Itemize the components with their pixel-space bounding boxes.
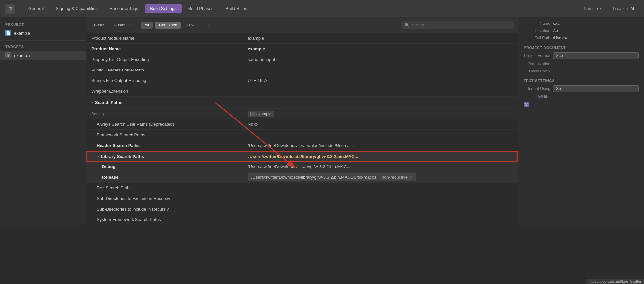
- setting-row-public-headers[interactable]: Public Headers Folder Path: [86, 65, 518, 75]
- setting-value-library-release: /Users/swifter/Downloads/library/glfw-3.…: [245, 173, 518, 181]
- target-icon: ▣: [5, 52, 11, 58]
- search-icon: 🔍: [405, 23, 410, 27]
- right-panel-indent-row: Indent Using Sp: [524, 85, 639, 92]
- tab-build-settings[interactable]: Build Settings: [145, 4, 182, 13]
- right-panel: Name exa Location Ab Full Path /Use exa …: [518, 17, 644, 225]
- popup-recursion-value: non-recursive ◇: [382, 175, 412, 180]
- right-panel-widths-row: Widths: [524, 95, 639, 99]
- setting-value-header-search: /Users/swifter/Downloads/library/glad/in…: [245, 143, 518, 148]
- indent-using-dropdown[interactable]: Sp: [553, 85, 639, 92]
- sidebar-divider: [0, 40, 86, 41]
- section-chevron-down[interactable]: ▾: [91, 101, 93, 104]
- filter-basic-button[interactable]: Basic: [90, 22, 108, 29]
- tab-general[interactable]: General: [23, 4, 49, 13]
- right-panel-header: Name exa Location Ab: [523, 6, 639, 11]
- column-header-row: Setting example: [86, 109, 518, 119]
- setting-row-wrapper-extension[interactable]: Wrapper Extension: [86, 86, 518, 97]
- fullpath-label: Full Path: [524, 36, 550, 40]
- setting-value-library-search: /Users/swifter/Downloads/library/glfw-3.…: [246, 154, 517, 159]
- sidebar: PROJECT 📄 example TARGETS ▣ example: [0, 17, 86, 225]
- filter-combined-button[interactable]: Combined: [155, 22, 181, 29]
- section-search-paths-label: ▾ Search Paths: [86, 100, 245, 105]
- sidebar-item-project[interactable]: 📄 example: [0, 28, 86, 38]
- fullpath-value: /Use exa: [553, 36, 639, 40]
- right-panel-organization-row: Organization: [524, 62, 639, 66]
- popup-path-value: /Users/swifter/Downloads/library/glfw-3.…: [251, 175, 376, 180]
- right-panel-fullpath-row: Full Path /Use exa: [524, 36, 639, 40]
- tab-signing[interactable]: Signing & Capabilities: [50, 4, 103, 13]
- location-label-right: Location: [524, 28, 550, 33]
- tab-build-rules[interactable]: Build Rules: [220, 4, 253, 13]
- setting-value-library-debug: /Users/swifter/Downloads/li...arv/glfw-3…: [245, 164, 518, 169]
- project-icon: 📄: [5, 30, 11, 36]
- url-bar: https://blog.csdn.net/Lee_Swifter: [586, 279, 644, 284]
- tab-resource-tags[interactable]: Resource Tags: [104, 4, 143, 13]
- text-settings-section-title: Text Settings: [524, 79, 639, 83]
- setting-value-strings-encoding: UTF-16 ◇: [245, 78, 518, 83]
- widths-label: Widths: [524, 95, 550, 99]
- settings-table: Product Module Name example Product Name…: [86, 33, 518, 225]
- setting-value-product-name: example: [245, 46, 518, 51]
- organization-label: Organization: [524, 62, 550, 66]
- main-area: PROJECT 📄 example TARGETS ▣ example Basi…: [0, 17, 644, 225]
- project-section-title: PROJECT: [0, 21, 86, 28]
- setting-label-product-name: Product Name: [86, 46, 245, 51]
- name-value-right: exa: [553, 21, 639, 26]
- setting-row-library-debug[interactable]: Debug /Users/swifter/Downloads/li...arv/…: [86, 162, 518, 172]
- setting-label-library-debug: Debug: [86, 164, 245, 169]
- setting-row-always-search[interactable]: Always Search User Paths (Deprecated) No…: [86, 119, 518, 130]
- tab-build-phases[interactable]: Build Phases: [183, 4, 219, 13]
- setting-row-rez-search[interactable]: Rez Search Paths: [86, 183, 518, 193]
- targets-section-title: TARGETS: [0, 43, 86, 51]
- setting-label-product-module-name: Product Module Name: [86, 36, 245, 41]
- setting-row-header-search[interactable]: Header Search Paths /Users/swifter/Downl…: [86, 140, 518, 151]
- checkbox-v[interactable]: V: [524, 102, 529, 107]
- col-header-setting: Setting: [86, 112, 245, 116]
- right-panel-class-prefix-row: Class Prefix: [524, 69, 639, 73]
- checkbox-row: V: [524, 102, 639, 107]
- sidebar-target-label: example: [14, 53, 30, 58]
- section-search-paths[interactable]: ▾ Search Paths: [86, 97, 518, 109]
- setting-label-framework-search: Framework Search Paths: [86, 132, 245, 137]
- name-value: exa: [597, 6, 604, 11]
- project-format-dropdown[interactable]: Xco: [553, 52, 639, 59]
- setting-row-strings-encoding[interactable]: Strings File Output Encoding UTF-16 ◇: [86, 75, 518, 86]
- indent-using-label: Indent Using: [524, 86, 550, 91]
- target-badge: example: [248, 111, 274, 117]
- setting-label-subdirs-include: Sub-Directories to Include in Recursiv: [86, 207, 245, 212]
- sidebar-item-target[interactable]: ▣ example: [0, 51, 86, 60]
- add-filter-button[interactable]: +: [204, 21, 213, 29]
- col-header-example: example: [245, 111, 518, 117]
- setting-row-product-name[interactable]: Product Name example: [86, 44, 518, 54]
- location-label: Location: [613, 6, 628, 11]
- setting-row-system-framework[interactable]: System Framework Search Paths: [86, 214, 518, 225]
- filter-all-button[interactable]: All: [141, 22, 153, 29]
- setting-row-product-module-name[interactable]: Product Module Name example: [86, 33, 518, 44]
- right-panel-location-row: Location Ab: [524, 28, 639, 33]
- filter-levels-button[interactable]: Levels: [183, 22, 203, 29]
- search-input[interactable]: [412, 23, 511, 27]
- filter-bar: Basic Customized All Combined Levels + 🔍: [86, 17, 518, 33]
- sidebar-toggle-button[interactable]: ⊞: [5, 4, 15, 14]
- setting-value-product-module-name: example: [245, 36, 518, 41]
- setting-row-subdirs-exclude[interactable]: Sub-Directories to Exclude in Recursiv: [86, 193, 518, 204]
- target-badge-icon: [250, 112, 255, 116]
- sidebar-project-label: example: [14, 31, 30, 36]
- setting-value-always-search: No ◇: [245, 122, 518, 127]
- setting-row-subdirs-include[interactable]: Sub-Directories to Include in Recursiv: [86, 204, 518, 214]
- setting-label-rez-search: Rez Search Paths: [86, 185, 245, 190]
- setting-row-library-release[interactable]: Release /Users/swifter/Downloads/library…: [86, 172, 518, 183]
- library-chevron[interactable]: ▾: [97, 155, 99, 158]
- setting-row-property-list[interactable]: Property List Output Encoding same-as-in…: [86, 54, 518, 65]
- filter-customized-button[interactable]: Customized: [110, 22, 138, 29]
- setting-label-public-headers: Public Headers Folder Path: [86, 68, 245, 72]
- search-box: 🔍: [402, 21, 514, 29]
- popup-path-row: /Users/swifter/Downloads/library/glfw-3.…: [248, 173, 416, 181]
- sidebar-icon: ⊞: [8, 6, 12, 11]
- name-label: Name: [584, 6, 595, 11]
- right-panel-project-format-row: Project Format Xco: [524, 52, 639, 59]
- setting-label-library-search: ▾ Library Search Paths: [87, 154, 246, 159]
- setting-row-framework-search[interactable]: Framework Search Paths: [86, 130, 518, 140]
- setting-row-library-search[interactable]: ▾ Library Search Paths /Users/swifter/Do…: [86, 151, 518, 162]
- setting-label-system-framework: System Framework Search Paths: [86, 217, 245, 222]
